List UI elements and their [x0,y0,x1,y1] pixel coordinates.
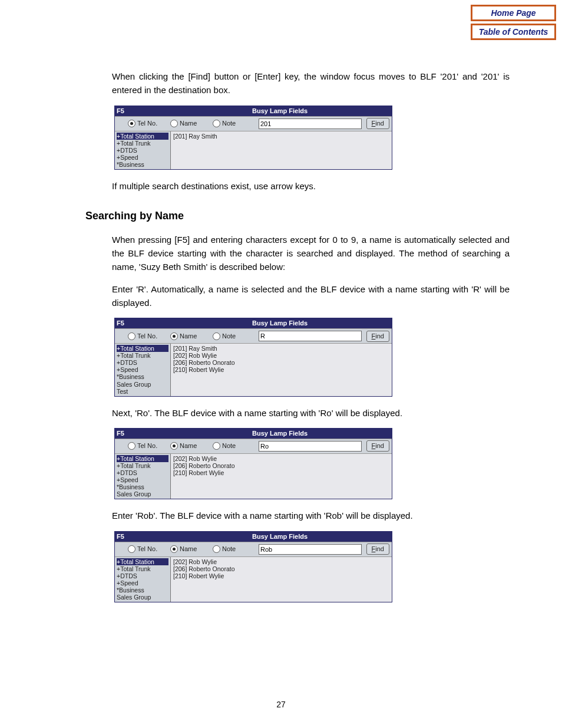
tree-item[interactable]: +Total Trunk [117,565,168,572]
radio-label: Name [180,331,197,341]
group-tree[interactable]: +Total Station+Total Trunk+DTDS+Speed*Bu… [115,131,171,169]
results-list: [201] Ray Smith[202] Rob Wylie[206] Robe… [171,344,392,396]
radio-name[interactable]: Name [170,544,211,554]
group-tree[interactable]: +Total Station+Total Trunk+DTDS+Speed*Bu… [115,344,171,396]
result-item[interactable]: [202] Rob Wylie [173,558,389,565]
tree-item[interactable]: Test [117,388,168,395]
radio-label: Note [222,331,236,341]
radio-icon [213,442,220,450]
radio-name[interactable]: Name [170,118,211,129]
radio-icon [128,332,135,340]
radio-label: Tel No. [137,331,157,341]
radio-icon [213,332,220,340]
tree-item[interactable]: +Total Trunk [117,140,168,147]
tree-item[interactable]: +DTDS [117,572,168,579]
tree-item[interactable]: +DTDS [117,469,168,476]
radio-note[interactable]: Note [213,331,254,341]
panel-title-left: F5 [115,318,252,328]
radio-telno[interactable]: Tel No. [128,118,169,129]
results-list: [201] Ray Smith [171,131,392,169]
radio-icon [128,120,135,127]
body-text: When pressing [F5] and entering characte… [112,233,510,274]
find-button[interactable]: Find [366,331,389,342]
result-item[interactable]: [206] Roberto Onorato [173,462,389,469]
body-text: Next, 'Ro'. The BLF device with a name s… [112,406,510,420]
radio-telno[interactable]: Tel No. [128,441,169,451]
home-page-button[interactable]: Home Page [471,5,556,21]
tree-item[interactable]: +Total Station [117,558,168,565]
result-item[interactable]: [201] Ray Smith [173,345,389,352]
tree-item[interactable]: *Business [117,161,168,168]
search-input[interactable] [259,331,362,341]
group-tree[interactable]: +Total Station+Total Trunk+DTDS+Speed*Bu… [115,454,171,499]
result-item[interactable]: [206] Roberto Onorato [173,359,389,366]
tree-item[interactable]: +Speed [117,579,168,587]
radio-note[interactable]: Note [213,441,254,451]
radio-icon [213,545,220,553]
body-text: When clicking the [Find] button or [Ente… [112,70,510,97]
body-text: Enter 'Rob'. The BLF device with a name … [112,509,510,522]
panel-title-left: F5 [115,429,252,439]
tree-item[interactable]: Sales Group [117,381,168,388]
table-of-contents-button[interactable]: Table of Contents [471,24,556,40]
tree-item[interactable]: +DTDS [117,359,168,366]
results-list: [202] Rob Wylie[206] Roberto Onorato[210… [171,454,392,499]
radio-note[interactable]: Note [213,118,254,129]
tree-item[interactable]: *Business [117,483,168,490]
radio-label: Note [222,441,236,451]
radio-telno[interactable]: Tel No. [128,331,169,341]
result-item[interactable]: [210] Robert Wylie [173,366,389,373]
section-heading: Searching by Name [85,208,510,225]
result-item[interactable]: [206] Roberto Onorato [173,565,389,572]
result-item[interactable]: [210] Robert Wylie [173,469,389,476]
tree-item[interactable]: +Total Trunk [117,352,168,359]
radio-icon [213,120,220,127]
tree-item[interactable]: Sales Group [117,490,168,498]
tree-item[interactable]: +Total Trunk [117,462,168,469]
tree-item[interactable]: Sales Group [117,594,168,601]
radio-telno[interactable]: Tel No. [128,544,169,554]
radio-icon [170,545,178,553]
panel-title-left: F5 [115,106,252,116]
radio-label: Tel No. [137,118,157,129]
search-input[interactable] [259,441,362,452]
radio-note[interactable]: Note [213,544,254,554]
results-list: [202] Rob Wylie[206] Roberto Onorato[210… [171,557,392,602]
radio-icon [128,442,135,450]
radio-icon [170,442,178,450]
search-input[interactable] [259,544,362,555]
tree-item[interactable]: +Speed [117,476,168,483]
find-button[interactable]: Find [366,543,389,555]
radio-label: Tel No. [137,544,157,554]
panel-title-right: Busy Lamp Fields [252,532,392,542]
result-item[interactable]: [202] Rob Wylie [173,455,389,462]
tree-item[interactable]: *Business [117,373,168,380]
radio-label: Note [222,118,236,129]
radio-label: Note [222,544,236,554]
figure-1: F5Busy Lamp FieldsTel No.NameNoteFind+To… [112,106,510,170]
tree-item[interactable]: *Business [117,587,168,594]
panel-title-right: Busy Lamp Fields [252,106,392,116]
find-button[interactable]: Find [366,440,389,452]
group-tree[interactable]: +Total Station+Total Trunk+DTDS+Speed*Bu… [115,557,171,602]
tree-item[interactable]: +Total Station [117,345,168,352]
figure-3: F5Busy Lamp FieldsTel No.NameNoteFind+To… [112,428,510,499]
result-item[interactable]: [210] Robert Wylie [173,572,389,579]
tree-item[interactable]: +Speed [117,154,168,161]
tree-item[interactable]: +Total Station [117,455,168,462]
panel-title-left: F5 [115,532,252,542]
result-item[interactable]: [202] Rob Wylie [173,352,389,359]
search-input[interactable] [259,118,362,129]
radio-icon [170,332,178,340]
find-button[interactable]: Find [366,118,389,129]
tree-item[interactable]: +Speed [117,366,168,373]
figure-2: F5Busy Lamp FieldsTel No.NameNoteFind+To… [112,318,510,396]
radio-label: Tel No. [137,441,157,451]
tree-item[interactable]: +Total Station [117,133,168,140]
radio-label: Name [180,441,197,451]
page-number: 27 [0,700,562,709]
result-item[interactable]: [201] Ray Smith [173,133,389,140]
radio-name[interactable]: Name [170,331,211,341]
radio-name[interactable]: Name [170,441,211,451]
tree-item[interactable]: +DTDS [117,147,168,154]
